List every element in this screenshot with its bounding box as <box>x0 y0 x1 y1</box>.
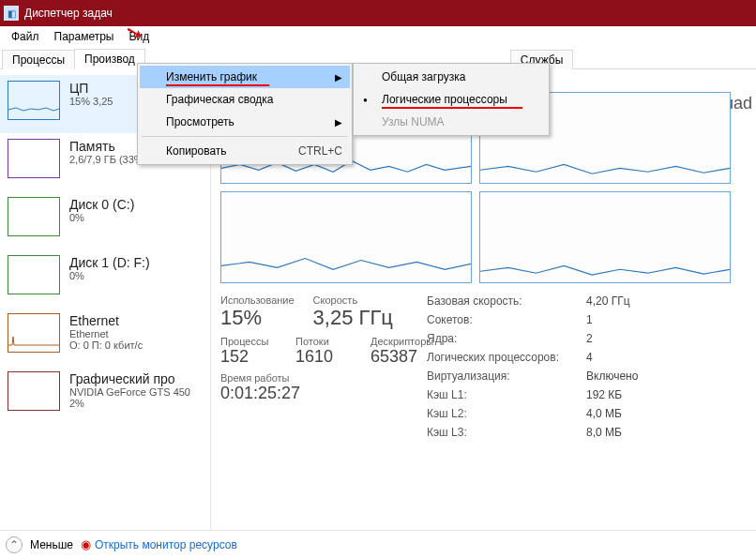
app-icon: ◧ <box>4 6 19 21</box>
window-title: Диспетчер задач <box>24 7 113 20</box>
uptime-value: 0:01:25:27 <box>220 384 427 403</box>
thumb-graph-memory <box>8 139 60 178</box>
sidebar-subtitle: 0% <box>69 212 134 223</box>
sidebar-title: Память <box>69 139 146 154</box>
menu-item-label: Общая загрузка <box>382 70 465 83</box>
sidebar-item-disk0[interactable]: Диск 0 (C:) 0% <box>0 191 210 249</box>
kv-val: 192 КБ <box>586 388 622 407</box>
sidebar-item-disk1[interactable]: Диск 1 (D: F:) 0% <box>0 249 210 308</box>
view-context-menu: Изменить график ▶ Графическая сводка Про… <box>137 63 353 165</box>
threads-value: 1610 <box>295 347 352 367</box>
handles-label: Дескрипторы <box>370 336 427 347</box>
sidebar-subtitle: 0% <box>69 270 150 281</box>
menu-item-numa-nodes: Узлы NUMA <box>355 111 547 133</box>
footer-bar: ⌃ Меньше ◉ Открыть монитор ресурсов <box>0 530 756 558</box>
tab-processes[interactable]: Процессы <box>2 50 75 69</box>
menu-item-shortcut: CTRL+C <box>298 144 342 158</box>
sidebar-item-gpu[interactable]: Графический про NVIDIA GeForce GTS 450 2… <box>0 366 210 424</box>
kv-key: Базовая скорость: <box>427 294 586 313</box>
submenu-arrow-icon: ▶ <box>335 117 342 128</box>
menu-item-label: Изменить график <box>166 70 257 83</box>
fewer-details-link[interactable]: Меньше <box>30 538 73 551</box>
menu-item-label: Копировать <box>166 144 227 158</box>
kv-key: Кэш L1: <box>427 388 586 407</box>
work-area: ЦП 15% 3,25 Память 2,6/7,9 ГБ (33%) Диск… <box>0 69 756 530</box>
menu-separator <box>142 136 348 137</box>
kv-val: Включено <box>586 369 638 388</box>
sidebar-subtitle: 2,6/7,9 ГБ (33%) <box>69 154 146 165</box>
annotation-underline <box>166 84 269 86</box>
util-label: Использование <box>220 294 295 306</box>
kv-key: Логических процессоров: <box>427 351 586 369</box>
menu-item-copy[interactable]: Копировать CTRL+C <box>140 140 350 162</box>
menu-item-graph-summary[interactable]: Графическая сводка <box>140 88 350 111</box>
sidebar-subtitle: NVIDIA GeForce GTS 450 <box>69 386 190 398</box>
thumb-graph-ethernet <box>8 313 60 353</box>
speed-value: 3,25 ГГц <box>313 306 393 330</box>
menu-bar: Файл Параметры Вид ➘ <box>0 26 756 47</box>
annotation-underline <box>382 107 522 109</box>
speed-label: Скорость <box>313 294 393 306</box>
sidebar-title: Графический про <box>69 371 190 386</box>
cpu-core-chart <box>479 191 731 283</box>
submenu-arrow-icon: ▶ <box>335 72 342 83</box>
menu-file[interactable]: Файл <box>4 28 47 45</box>
sidebar-title: Диск 1 (D: F:) <box>69 255 150 270</box>
menu-item-view[interactable]: Просмотреть ▶ <box>140 111 350 133</box>
open-resource-monitor-link[interactable]: ◉ Открыть монитор ресурсов <box>81 537 237 551</box>
uptime-label: Время работы <box>220 372 427 384</box>
menu-view[interactable]: Вид <box>121 28 157 45</box>
menu-options[interactable]: Параметры <box>47 28 122 45</box>
processes-label: Процессы <box>220 336 277 347</box>
sidebar-title: Диск 0 (C:) <box>69 197 134 212</box>
resource-monitor-label: Открыть монитор ресурсов <box>95 538 237 551</box>
kv-val: 4 <box>586 351 593 369</box>
kv-key: Ядра: <box>427 332 586 351</box>
menu-item-logical-processors[interactable]: ● Логические процессоры <box>355 88 547 111</box>
sidebar-item-ethernet[interactable]: Ethernet Ethernet О: 0 П: 0 кбит/с <box>0 308 210 366</box>
menu-item-label: Графическая сводка <box>166 93 274 106</box>
tab-performance[interactable]: Производ <box>74 49 145 69</box>
thumb-graph-cpu <box>8 81 60 120</box>
menu-item-label: Логические процессоры <box>382 93 507 106</box>
menu-item-change-graph[interactable]: Изменить график ▶ <box>140 66 350 88</box>
cpu-stats: Использование 15% Скорость 3,25 ГГц Проц… <box>220 294 756 445</box>
collapse-chevron-icon[interactable]: ⌃ <box>6 536 23 553</box>
selected-bullet-icon: ● <box>363 96 368 104</box>
sidebar-title: Ethernet <box>69 313 143 328</box>
kv-val: 8,0 МБ <box>586 426 622 445</box>
menu-item-label: Просмотреть <box>166 115 234 128</box>
processes-value: 152 <box>220 347 277 367</box>
threads-label: Потоки <box>295 336 352 347</box>
util-value: 15% <box>220 306 295 330</box>
kv-val: 4,0 МБ <box>586 407 622 426</box>
thumb-graph-gpu <box>8 371 60 411</box>
kv-val: 4,20 ГГц <box>586 294 630 313</box>
thumb-graph-disk <box>8 255 60 294</box>
kv-key: Кэш L2: <box>427 407 586 426</box>
resource-monitor-icon: ◉ <box>81 537 91 551</box>
thumb-graph-disk <box>8 197 60 236</box>
change-graph-submenu: Общая загрузка ● Логические процессоры У… <box>353 63 550 136</box>
sidebar-title: ЦП <box>69 81 113 96</box>
sidebar-subtitle: 2% <box>69 398 190 409</box>
cpu-core-chart <box>220 191 472 283</box>
title-bar: ◧ Диспетчер задач <box>0 0 756 26</box>
kv-val: 1 <box>586 313 593 332</box>
kv-key: Кэш L3: <box>427 426 586 445</box>
kv-val: 2 <box>586 332 593 351</box>
menu-item-overall-utilization[interactable]: Общая загрузка <box>355 66 547 88</box>
kv-key: Сокетов: <box>427 313 586 332</box>
handles-value: 65387 <box>370 347 427 367</box>
menu-item-label: Узлы NUMA <box>382 115 445 128</box>
kv-key: Виртуализация: <box>427 369 586 388</box>
